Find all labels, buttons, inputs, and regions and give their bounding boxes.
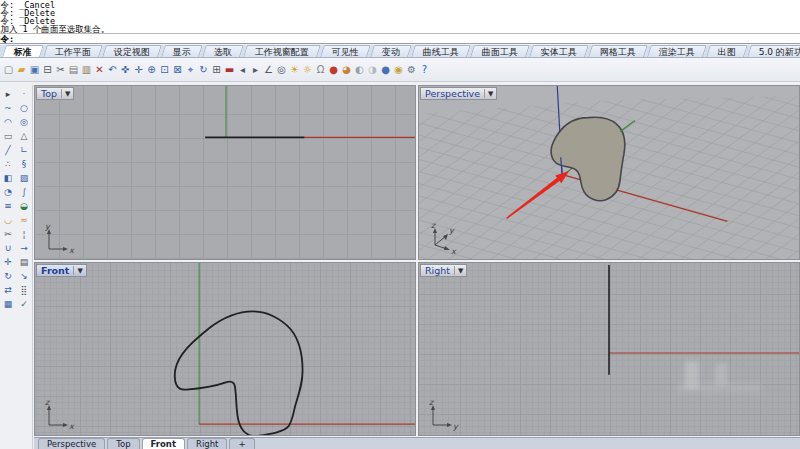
- move-icon[interactable]: ✛: [132, 61, 145, 79]
- surface-blob[interactable]: [551, 117, 625, 200]
- extend-icon[interactable]: →: [16, 241, 32, 255]
- viewport-title-perspective[interactable]: Perspective ▼: [420, 87, 497, 100]
- polyline-icon[interactable]: ∟: [16, 143, 32, 157]
- environment-icon[interactable]: ◉: [392, 61, 405, 79]
- line-icon[interactable]: ╱: [0, 143, 16, 157]
- array-icon[interactable]: ⣿: [16, 283, 32, 297]
- osnap-icon[interactable]: ∠: [262, 61, 275, 79]
- chevron-down-icon[interactable]: ▼: [487, 90, 494, 98]
- menu-tab[interactable]: 显示: [161, 45, 203, 57]
- open-folder-icon[interactable]: ▰: [15, 61, 28, 79]
- undo-icon[interactable]: ↶: [106, 61, 119, 79]
- shaded-mode-icon[interactable]: ◐: [353, 61, 366, 79]
- cplane-icon[interactable]: ▬: [223, 61, 236, 79]
- fillet-icon[interactable]: ◡: [0, 213, 16, 227]
- menu-tab[interactable]: 出图: [706, 45, 748, 57]
- zoom-dynamic-icon[interactable]: ⊕: [145, 61, 158, 79]
- scale-tool-icon[interactable]: ↘: [16, 269, 32, 283]
- delete-icon[interactable]: ✕: [93, 61, 106, 79]
- menu-tab[interactable]: 曲线工具: [411, 45, 471, 57]
- circle-icon[interactable]: ○: [16, 101, 32, 115]
- move-tool-icon[interactable]: ✛: [0, 255, 16, 269]
- chevron-down-icon[interactable]: ▼: [64, 90, 71, 98]
- menu-tab[interactable]: 设定视图: [102, 45, 162, 57]
- zoom-extents-icon[interactable]: ⊠: [171, 61, 184, 79]
- trim-icon[interactable]: ✂: [0, 227, 16, 241]
- extrude-icon[interactable]: ▧: [16, 171, 32, 185]
- command-prompt-row[interactable]: 命令:: [0, 33, 800, 44]
- viewport-tab[interactable]: Right: [187, 438, 227, 449]
- lamp-off-icon[interactable]: ☼: [301, 61, 314, 79]
- menu-tab[interactable]: 可见性: [320, 45, 371, 57]
- redo-view-icon[interactable]: ▸: [249, 61, 262, 79]
- revolve-icon[interactable]: ◔: [0, 185, 16, 199]
- menu-tab[interactable]: 曲面工具: [470, 45, 530, 57]
- loft-icon[interactable]: ≡: [0, 199, 16, 213]
- named-views-icon[interactable]: ⊞: [210, 61, 223, 79]
- sweep-icon[interactable]: ∫: [16, 185, 32, 199]
- menu-tab[interactable]: 变动: [370, 45, 412, 57]
- menu-tab[interactable]: 工作视窗配置: [243, 45, 321, 57]
- menu-tab[interactable]: 选取: [202, 45, 244, 57]
- new-document-icon[interactable]: ▢: [2, 61, 15, 79]
- undo-view-icon[interactable]: ◂: [236, 61, 249, 79]
- boolean-icon[interactable]: ◒: [16, 199, 32, 213]
- chevron-down-icon[interactable]: ▼: [457, 267, 464, 275]
- join-icon[interactable]: ∪: [0, 241, 16, 255]
- viewport-title-front[interactable]: Front ▼: [36, 264, 87, 277]
- viewport-right[interactable]: Right ▼ z y: [418, 262, 800, 436]
- render-icon[interactable]: ●: [327, 61, 340, 79]
- polygon-icon[interactable]: △: [16, 129, 32, 143]
- split-icon[interactable]: ¦: [16, 227, 32, 241]
- viewport-tab[interactable]: +: [229, 438, 254, 449]
- point-icon[interactable]: ·: [16, 87, 32, 101]
- zoom-selected-icon[interactable]: ⌖: [184, 61, 197, 79]
- viewport-perspective[interactable]: Perspective ▼ z y x: [418, 85, 800, 260]
- save-icon[interactable]: ▣: [28, 61, 41, 79]
- pan-view-icon[interactable]: ✜: [119, 61, 132, 79]
- viewport-tab[interactable]: Top: [107, 438, 139, 449]
- copy-tool-icon[interactable]: ▤: [16, 255, 32, 269]
- menu-tab[interactable]: 标准: [2, 45, 44, 57]
- menu-tab[interactable]: 实体工具: [529, 45, 589, 57]
- check-icon[interactable]: ✓: [16, 297, 32, 311]
- helix-icon[interactable]: §: [16, 157, 32, 171]
- chevron-down-icon[interactable]: ▼: [76, 267, 83, 275]
- viewport-title-top[interactable]: Top ▼: [36, 87, 74, 100]
- rotate-view-icon[interactable]: ↻: [197, 61, 210, 79]
- record-history-icon[interactable]: ◎: [275, 61, 288, 79]
- menu-tab[interactable]: 工作平面: [43, 45, 103, 57]
- surface-icon[interactable]: ◧: [0, 171, 16, 185]
- menu-tab[interactable]: 网格工具: [588, 45, 648, 57]
- options-icon[interactable]: ⚙: [405, 61, 418, 79]
- zoom-window-icon[interactable]: ⊡: [158, 61, 171, 79]
- print-icon[interactable]: ⊟: [41, 61, 54, 79]
- menu-tab[interactable]: 5.0 的新功能: [747, 45, 800, 57]
- paste-icon[interactable]: ▥: [80, 61, 93, 79]
- offset-icon[interactable]: ≈: [16, 213, 32, 227]
- point-cloud-icon[interactable]: ∴: [0, 157, 16, 171]
- profile-curve[interactable]: [175, 311, 303, 435]
- rectangle-icon[interactable]: ▭: [0, 129, 16, 143]
- select-icon[interactable]: ▸: [0, 87, 16, 101]
- copy-icon[interactable]: ▤: [67, 61, 80, 79]
- command-prompt[interactable]: 命令:: [0, 34, 800, 44]
- ellipse-icon[interactable]: ◎: [16, 115, 32, 129]
- viewport-title-right[interactable]: Right ▼: [420, 264, 467, 277]
- viewport-top[interactable]: Top ▼ y x: [34, 85, 416, 260]
- ghosted-mode-icon[interactable]: ◑: [366, 61, 379, 79]
- mesh-icon[interactable]: ▦: [0, 297, 16, 311]
- lock-icon[interactable]: Ω: [314, 61, 327, 79]
- mirror-icon[interactable]: ⇄: [0, 283, 16, 297]
- arc-icon[interactable]: ◠: [0, 115, 16, 129]
- viewport-tab[interactable]: Perspective: [38, 438, 105, 449]
- viewport-front[interactable]: Front ▼ z x: [34, 262, 416, 436]
- rendered-mode-icon[interactable]: ●: [379, 61, 392, 79]
- curve-icon[interactable]: ~: [0, 101, 16, 115]
- help-icon[interactable]: ?: [418, 61, 431, 79]
- render-preview-icon[interactable]: ◕: [340, 61, 353, 79]
- viewport-tab[interactable]: Front: [142, 438, 185, 449]
- menu-tab[interactable]: 渲染工具: [647, 45, 707, 57]
- cut-icon[interactable]: ✂: [54, 61, 67, 79]
- rotate-tool-icon[interactable]: ↻: [0, 269, 16, 283]
